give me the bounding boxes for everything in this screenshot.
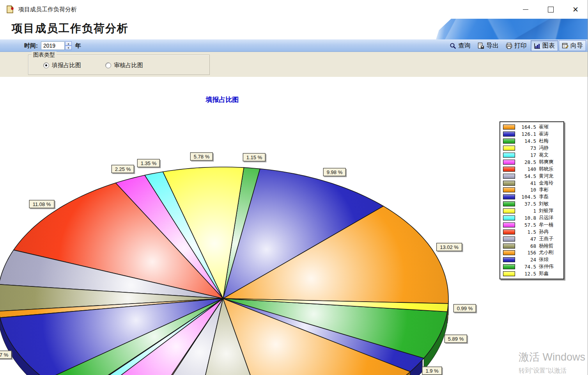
- legend-swatch: [503, 264, 515, 269]
- legend-name: 李彬: [539, 187, 549, 193]
- legend-row: 37.5刘敏: [500, 201, 563, 208]
- chart-area: 填报占比图 13.02 %9.98 %1.15 %5.78 %1.35 %2.2…: [0, 77, 588, 375]
- legend-swatch: [503, 257, 515, 262]
- legend-row: 17葛文: [500, 152, 563, 159]
- year-spinner: ▲ ▼: [65, 41, 72, 50]
- window-controls: ✕: [513, 0, 588, 19]
- legend-value: 74.5: [517, 264, 536, 270]
- percent-label: 8.27 %: [0, 351, 12, 359]
- header-banner-art: [436, 19, 588, 39]
- legend-value: 140: [517, 166, 536, 172]
- legend-name: 杜梅: [539, 138, 549, 144]
- legend-value: 73: [517, 145, 536, 151]
- legend-row: 12.5郑鑫: [500, 270, 563, 277]
- legend-row: 73冯静: [500, 145, 563, 152]
- legend-name: 张烺: [539, 256, 549, 263]
- maximize-button[interactable]: [538, 0, 563, 19]
- maximize-icon: [548, 7, 554, 12]
- chart-legend: 164.5崔璀126.1崔涛14.5杜梅73冯静17葛文28.5韩爽爽140韩晓…: [499, 121, 564, 279]
- legend-name: 刘银萍: [539, 208, 554, 214]
- percent-label: 1.9 %: [422, 367, 442, 375]
- legend-swatch: [503, 229, 515, 235]
- spinner-up-icon[interactable]: ▲: [65, 41, 72, 46]
- wizard-icon: [562, 43, 569, 49]
- toolbar: 时间: ▲ ▼ 年 查询导出打印图表向导: [0, 39, 588, 52]
- legend-swatch: [503, 236, 515, 242]
- minimize-button[interactable]: [513, 0, 538, 19]
- legend-name: 黄河龙: [539, 173, 554, 180]
- legend-name: 韩爽爽: [539, 159, 554, 165]
- page-header: 项目成员工作负荷分析: [0, 19, 588, 39]
- close-button[interactable]: ✕: [563, 0, 588, 19]
- time-filter: 时间: ▲ ▼ 年: [24, 39, 81, 52]
- legend-value: 12.5: [517, 271, 536, 277]
- spinner-down-icon[interactable]: ▼: [65, 46, 72, 50]
- legend-swatch: [503, 181, 515, 186]
- legend-swatch: [503, 208, 515, 213]
- legend-value: 104.5: [517, 194, 536, 200]
- legend-row: 41金海玲: [500, 180, 563, 187]
- time-label: 时间:: [24, 42, 38, 50]
- toolbar-button-label: 图表: [542, 42, 555, 50]
- legend-row: 47王燕子: [500, 235, 563, 242]
- legend-name: 金海玲: [539, 180, 554, 187]
- radio-option-label: 填报占比图: [52, 62, 81, 69]
- legend-swatch: [503, 167, 515, 172]
- chart-type-options: 填报占比图审核占比图: [43, 62, 167, 69]
- legend-row: 68杨翰哲: [500, 242, 563, 249]
- legend-name: 李磊: [539, 194, 549, 200]
- legend-swatch: [503, 153, 515, 158]
- percent-label: 2.25 %: [112, 165, 134, 173]
- legend-value: 17: [517, 152, 536, 158]
- legend-row: 156尤小刚: [500, 249, 563, 256]
- radio-option-review-ratio[interactable]: 审核占比图: [105, 62, 143, 69]
- legend-row: 1.5孙冉: [500, 228, 563, 235]
- toolbar-button-label: 向导: [570, 42, 583, 50]
- wizard-button[interactable]: 向导: [559, 40, 586, 51]
- query-button[interactable]: 查询: [446, 40, 474, 51]
- printer-icon: [506, 43, 512, 49]
- legend-row: 74.5张仲伟: [500, 263, 563, 270]
- chart-button[interactable]: 图表: [531, 40, 558, 51]
- legend-value: 10: [517, 187, 536, 193]
- legend-value: 24: [517, 257, 536, 263]
- legend-value: 28.5: [517, 159, 536, 165]
- page-title: 项目成员工作负荷分析: [12, 21, 129, 36]
- percent-label: 0.99 %: [453, 304, 476, 313]
- chart-type-groupbox: 图表类型 填报占比图审核占比图: [28, 55, 210, 75]
- legend-swatch: [503, 271, 515, 276]
- app-icon: [5, 5, 15, 14]
- print-button[interactable]: 打印: [503, 40, 530, 51]
- legend-swatch: [503, 174, 515, 179]
- chart-type-band: 图表类型 填报占比图审核占比图: [0, 52, 588, 77]
- legend-value: 37.5: [517, 201, 536, 207]
- legend-row: 164.5崔璀: [500, 124, 563, 131]
- legend-row: 104.5李磊: [500, 194, 563, 201]
- legend-name: 牟一楠: [539, 222, 554, 228]
- legend-row: 10李彬: [500, 187, 563, 194]
- legend-name: 吕远洋: [539, 215, 554, 221]
- legend-name: 杨翰哲: [539, 243, 554, 249]
- legend-swatch: [503, 243, 515, 249]
- legend-value: 1: [517, 208, 536, 214]
- legend-name: 尤小刚: [539, 249, 554, 256]
- legend-swatch: [503, 132, 515, 137]
- legend-name: 葛文: [539, 152, 549, 158]
- legend-value: 164.5: [517, 124, 536, 130]
- legend-row: 24张烺: [500, 256, 563, 263]
- legend-row: 140韩晓乐: [500, 165, 563, 172]
- legend-value: 1.5: [517, 229, 536, 235]
- legend-row: 1刘银萍: [500, 208, 563, 215]
- export-icon: [478, 43, 484, 49]
- legend-row: 57.5牟一楠: [500, 221, 563, 228]
- radio-option-fill-ratio[interactable]: 填报占比图: [43, 62, 81, 69]
- percent-label: 13.02 %: [436, 243, 462, 251]
- workload-analysis-window: { "window": { "title": "项目成员工作负荷分析", "co…: [0, 0, 588, 375]
- export-button[interactable]: 导出: [475, 40, 502, 51]
- legend-value: 14.5: [517, 138, 536, 144]
- legend-name: 孙冉: [539, 229, 549, 235]
- legend-row: 10.8吕远洋: [500, 215, 563, 222]
- percent-label: 5.78 %: [190, 153, 213, 161]
- legend-row: 54.5黄河龙: [500, 172, 563, 180]
- year-input[interactable]: [41, 41, 65, 50]
